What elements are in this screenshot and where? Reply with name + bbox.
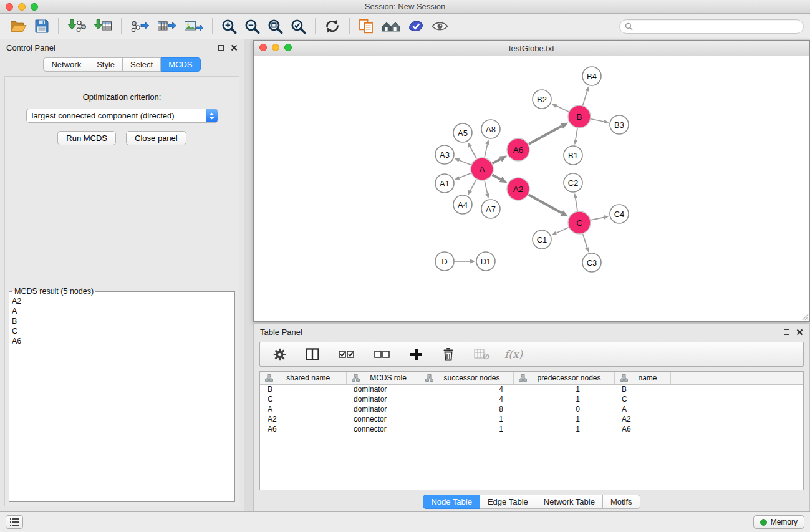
export-table-button[interactable] bbox=[153, 16, 180, 36]
graph-edge-C-C4[interactable] bbox=[591, 217, 604, 220]
close-table-panel-icon[interactable] bbox=[796, 329, 803, 336]
network-minimize-icon[interactable] bbox=[272, 44, 279, 51]
zoom-out-button[interactable] bbox=[241, 16, 264, 36]
network-zoom-icon[interactable] bbox=[284, 44, 292, 51]
graph-edge-C-C2[interactable] bbox=[576, 198, 577, 211]
graph-edge-A-A7[interactable] bbox=[485, 181, 488, 194]
task-history-button[interactable] bbox=[6, 515, 23, 529]
table-row[interactable]: Cdominator41C bbox=[260, 394, 803, 404]
zoom-in-button[interactable] bbox=[218, 16, 241, 36]
close-window-icon[interactable] bbox=[6, 3, 13, 11]
column-header-shared-name[interactable]: shared name bbox=[260, 372, 346, 384]
table-cell-filler bbox=[670, 404, 803, 414]
graph-edge-A6-B[interactable] bbox=[529, 126, 562, 144]
close-panel-icon[interactable] bbox=[231, 44, 238, 51]
save-session-button[interactable] bbox=[31, 16, 53, 36]
style-check-button[interactable] bbox=[404, 16, 428, 36]
table-row[interactable]: Bdominator41B bbox=[260, 384, 803, 394]
network-close-icon[interactable] bbox=[259, 44, 267, 51]
show-hide-button[interactable] bbox=[428, 16, 452, 36]
graph-edge-A-A5[interactable] bbox=[470, 147, 476, 158]
graph-edge-A-A1[interactable] bbox=[459, 173, 471, 178]
table-cell: 4 bbox=[420, 384, 513, 394]
table-row[interactable]: A6connector11A6 bbox=[260, 424, 803, 434]
graph-edge-B-B2[interactable] bbox=[556, 106, 569, 112]
dropdown-stepper-icon bbox=[206, 109, 218, 122]
mcds-result-item[interactable]: A bbox=[12, 306, 232, 316]
tab-mcds[interactable]: MCDS bbox=[161, 57, 200, 72]
graph-edge-A-A4[interactable] bbox=[470, 180, 476, 191]
refresh-button[interactable] bbox=[321, 16, 344, 36]
tab-motifs[interactable]: Motifs bbox=[603, 495, 640, 509]
import-network-button[interactable] bbox=[64, 16, 90, 36]
import-table-button[interactable] bbox=[90, 16, 116, 36]
graph-edge-C-C1[interactable] bbox=[556, 228, 569, 233]
graph-edge-B-B4[interactable] bbox=[583, 91, 587, 105]
graph-edge-C-C3[interactable] bbox=[583, 234, 587, 248]
tab-style[interactable]: Style bbox=[89, 57, 123, 72]
search-input[interactable] bbox=[636, 22, 798, 31]
table-panel-header: Table Panel bbox=[254, 324, 809, 341]
refresh-icon bbox=[324, 19, 340, 34]
zoom-in-icon bbox=[221, 19, 237, 34]
graph-node-label: D bbox=[441, 257, 447, 266]
network-canvas[interactable]: B4B2BB3A5A8A6B1A3AC2A1A2A4A7C4CC1C3DD1 bbox=[254, 56, 809, 321]
zoom-fit-button[interactable] bbox=[264, 16, 287, 36]
main-toolbar bbox=[0, 14, 810, 39]
graph-edge-A2-C[interactable] bbox=[529, 195, 562, 213]
control-panel: Control Panel NetworkStyleSelectMCDS Opt… bbox=[0, 39, 244, 511]
tab-node-table[interactable]: Node Table bbox=[423, 495, 480, 509]
toolbar-separator bbox=[315, 18, 316, 34]
graph-edge-B-B3[interactable] bbox=[591, 119, 604, 122]
export-network-button[interactable] bbox=[127, 16, 153, 36]
mcds-result-item[interactable]: A6 bbox=[12, 336, 232, 346]
zoom-window-icon[interactable] bbox=[31, 3, 38, 11]
column-type-icon bbox=[519, 374, 527, 382]
column-header-mcds-role[interactable]: MCDS role bbox=[346, 372, 420, 384]
table-cell: A bbox=[614, 404, 670, 414]
close-panel-button[interactable]: Close panel bbox=[126, 131, 186, 145]
tab-edge-table[interactable]: Edge Table bbox=[480, 495, 536, 509]
graph-edge-A-A6[interactable] bbox=[493, 159, 501, 163]
delete-column-button[interactable] bbox=[438, 344, 458, 364]
resize-grip-icon[interactable] bbox=[801, 312, 809, 321]
mcds-result-item[interactable]: C bbox=[12, 326, 232, 336]
column-header-predecessor-nodes[interactable]: predecessor nodes bbox=[513, 372, 614, 384]
reset-views-button[interactable] bbox=[378, 16, 404, 36]
float-table-panel-icon[interactable] bbox=[784, 329, 789, 335]
show-columns-button[interactable] bbox=[302, 344, 323, 364]
zoom-out-icon bbox=[244, 19, 260, 34]
select-all-columns-button[interactable] bbox=[335, 344, 359, 364]
zoom-selected-button[interactable] bbox=[287, 16, 310, 36]
table-row[interactable]: Adominator80A bbox=[260, 404, 803, 414]
tab-network-table[interactable]: Network Table bbox=[536, 495, 603, 509]
clone-network-button[interactable] bbox=[355, 16, 378, 36]
add-column-button[interactable] bbox=[406, 344, 427, 364]
network-window-titlebar[interactable]: testGlobe.txt bbox=[254, 41, 809, 56]
column-header-successor-nodes[interactable]: successor nodes bbox=[420, 372, 513, 384]
minimize-window-icon[interactable] bbox=[18, 3, 26, 11]
search-field[interactable] bbox=[619, 19, 804, 34]
network-graph[interactable]: B4B2BB3A5A8A6B1A3AC2A1A2A4A7C4CC1C3DD1 bbox=[254, 56, 809, 321]
graph-edge-B-B1[interactable] bbox=[576, 128, 577, 140]
tab-network[interactable]: Network bbox=[43, 57, 89, 72]
tab-select[interactable]: Select bbox=[123, 57, 161, 72]
graph-edge-A-A3[interactable] bbox=[459, 160, 471, 165]
table-row[interactable]: A2connector11A2 bbox=[260, 414, 803, 424]
open-session-button[interactable] bbox=[6, 16, 31, 36]
mcds-result-item[interactable]: B bbox=[12, 316, 232, 326]
run-mcds-button[interactable]: Run MCDS bbox=[57, 131, 116, 145]
table-cell: C bbox=[260, 394, 346, 404]
table-cell: A2 bbox=[260, 414, 346, 424]
table-settings-button[interactable] bbox=[269, 344, 290, 364]
export-image-button[interactable] bbox=[180, 16, 207, 36]
unselect-all-columns-button[interactable] bbox=[370, 344, 394, 364]
graph-edge-A-A8[interactable] bbox=[485, 144, 488, 157]
float-panel-icon[interactable] bbox=[218, 45, 224, 51]
graph-edge-A-A2[interactable] bbox=[493, 175, 501, 179]
memory-button[interactable]: Memory bbox=[753, 515, 804, 529]
graph-edge-arrow-icon bbox=[455, 158, 460, 162]
criterion-dropdown[interactable]: largest connected component (directed) bbox=[26, 109, 218, 123]
column-header-name[interactable]: name bbox=[614, 372, 670, 384]
mcds-result-item[interactable]: A2 bbox=[12, 296, 232, 306]
